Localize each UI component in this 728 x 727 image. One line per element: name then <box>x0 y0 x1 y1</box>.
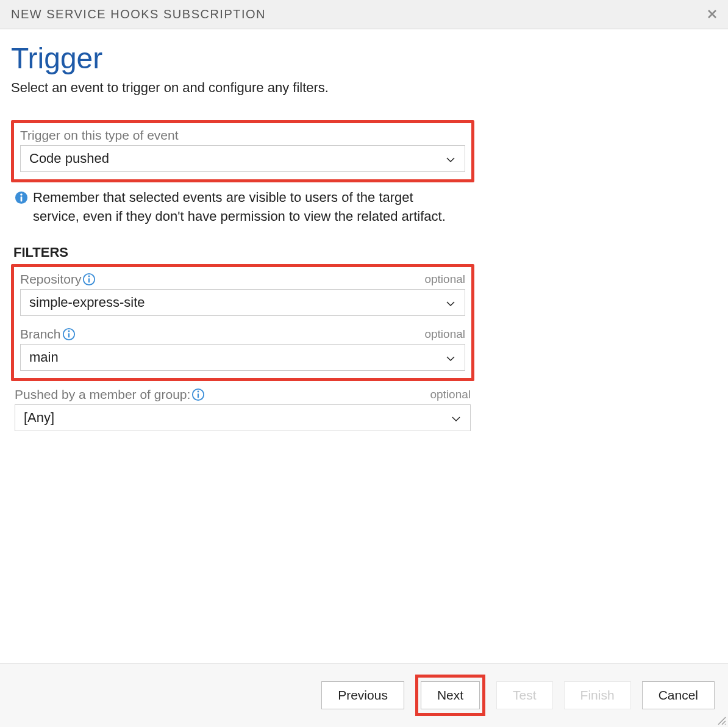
info-text: Remember that selected events are visibl… <box>33 188 460 226</box>
filters-group-highlighted: Repository optional simple-express-site <box>11 264 474 381</box>
close-icon[interactable] <box>707 8 717 21</box>
dialog-footer: Previous Next Test Finish Cancel <box>0 663 728 727</box>
pushed-by-field: Pushed by a member of group: optional [A… <box>11 387 474 431</box>
repository-select[interactable]: simple-express-site <box>20 289 465 316</box>
chevron-down-icon <box>445 297 456 308</box>
svg-rect-1 <box>21 196 23 201</box>
repository-field: Repository optional simple-express-site <box>20 272 465 316</box>
svg-point-5 <box>88 275 90 277</box>
dialog-title: NEW SERVICE HOOKS SUBSCRIPTION <box>11 7 266 21</box>
dialog-content: Trigger Select an event to trigger on an… <box>0 29 728 456</box>
dialog-header: NEW SERVICE HOOKS SUBSCRIPTION <box>0 0 728 29</box>
info-message: Remember that selected events are visibl… <box>11 188 474 226</box>
branch-label: Branch <box>20 327 61 342</box>
optional-tag: optional <box>424 273 465 286</box>
svg-line-12 <box>718 717 726 725</box>
svg-rect-4 <box>88 278 90 282</box>
next-button-highlight: Next <box>415 675 485 716</box>
svg-line-14 <box>725 724 726 725</box>
pushed-by-select[interactable]: [Any] <box>15 404 471 431</box>
repository-value: simple-express-site <box>29 295 145 310</box>
svg-point-2 <box>20 193 23 196</box>
trigger-event-select[interactable]: Code pushed <box>20 145 465 172</box>
svg-point-11 <box>198 390 199 392</box>
info-icon <box>15 191 28 204</box>
optional-tag: optional <box>424 328 465 341</box>
info-icon[interactable] <box>62 328 76 341</box>
trigger-event-label: Trigger on this type of event <box>20 128 465 143</box>
repository-label: Repository <box>20 272 81 287</box>
pushed-by-label: Pushed by a member of group: <box>15 387 190 402</box>
info-icon[interactable] <box>191 388 205 401</box>
chevron-down-icon <box>451 412 462 423</box>
branch-field: Branch optional main <box>20 327 465 371</box>
page-subtitle: Select an event to trigger on and config… <box>11 80 717 96</box>
finish-button: Finish <box>564 681 631 709</box>
resize-handle-icon[interactable] <box>717 716 727 726</box>
optional-tag: optional <box>430 388 471 401</box>
previous-button[interactable]: Previous <box>321 681 404 709</box>
chevron-down-icon <box>445 352 456 363</box>
pushed-by-value: [Any] <box>24 410 54 426</box>
trigger-event-value: Code pushed <box>29 151 109 167</box>
next-button[interactable]: Next <box>421 681 480 709</box>
svg-point-8 <box>68 330 70 332</box>
filters-header: FILTERS <box>11 245 474 260</box>
svg-rect-7 <box>68 333 69 337</box>
page-title: Trigger <box>11 41 717 75</box>
branch-value: main <box>29 349 59 365</box>
test-button: Test <box>496 681 553 709</box>
trigger-event-group: Trigger on this type of event Code pushe… <box>11 120 474 182</box>
info-icon[interactable] <box>82 273 96 286</box>
branch-select[interactable]: main <box>20 344 465 371</box>
chevron-down-icon <box>445 153 456 164</box>
svg-rect-10 <box>198 393 199 398</box>
cancel-button[interactable]: Cancel <box>642 681 715 709</box>
